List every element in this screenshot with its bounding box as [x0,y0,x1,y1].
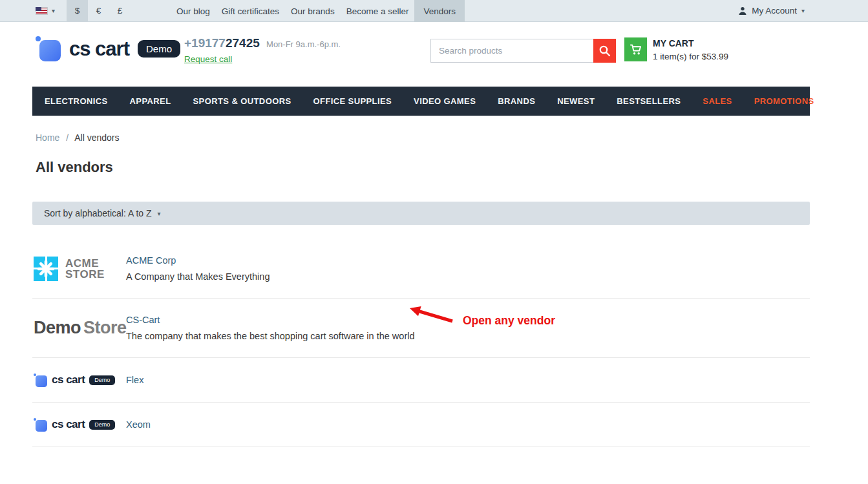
nav-bestsellers[interactable]: BESTSELLERS [606,87,692,116]
vendor-name-link[interactable]: Xeom [126,419,151,430]
acme-star-icon [34,257,58,281]
working-hours: Mon-Fr 9a.m.-6p.m. [266,39,341,49]
nav-apparel[interactable]: APPAREL [119,87,182,116]
vendor-row-xeom[interactable]: cs cart Demo Xeom [32,403,810,447]
vendor-name-link[interactable]: ACME Corp [126,255,270,266]
vendor-description: A Company that Makes Everything [126,271,270,282]
vendor-logo: cs cart Demo [32,418,126,432]
top-bar: ▾ $ € £ Our blog Gift certificates Our b… [0,0,868,22]
nav-promotions[interactable]: PROMOTIONS [743,87,825,116]
my-account-menu[interactable]: My Account ▾ [738,0,805,21]
acme-store-wordmark: ACME STORE [65,258,105,280]
breadcrumb-home-link[interactable]: Home [36,132,59,143]
top-link-gift-certificates[interactable]: Gift certificates [216,0,285,22]
currency-usd[interactable]: $ [67,0,88,22]
locale-currency-group: ▾ $ € £ [36,0,131,21]
top-link-our-brands[interactable]: Our brands [285,0,341,22]
chevron-down-icon: ▾ [52,7,55,14]
vendor-info: ACME Corp A Company that Makes Everythin… [126,255,270,282]
cart-icon [630,44,642,56]
nav-video-games[interactable]: VIDEO GAMES [403,87,487,116]
sort-label: Sort by alphabetical: A to Z [44,208,152,218]
main-content: Home / All vendors All vendors Sort by a… [32,132,810,447]
currency-gbp[interactable]: £ [109,0,131,22]
vendor-row-flex[interactable]: cs cart Demo Flex [32,358,810,403]
search-input[interactable] [430,39,593,63]
vendor-info: Flex [126,375,143,385]
search-icon [598,45,611,57]
nav-sales[interactable]: SALES [692,87,743,116]
vendor-info: Xeom [126,419,151,430]
nav-electronics[interactable]: ELECTRONICS [34,87,119,116]
cart-button[interactable] [624,37,647,61]
breadcrumb-separator: / [66,132,69,143]
cs-cart-logo-icon [34,374,47,387]
vendor-logo: cs cart Demo [32,374,126,387]
sort-dropdown[interactable]: Sort by alphabetical: A to Z ▾ [32,202,810,225]
cart-summary: 1 item(s) for $53.99 [653,52,728,61]
cart-info: MY CART 1 item(s) for $53.99 [653,37,728,61]
currency-switcher: $ € £ [67,0,131,22]
vendor-logo: ACME STORE [32,257,126,281]
top-links: Our blog Gift certificates Our brands Be… [171,0,465,22]
phone-prefix: +19177 [184,36,226,50]
us-flag-icon [36,7,48,15]
top-link-our-blog[interactable]: Our blog [171,0,216,22]
main-nav: ELECTRONICS APPAREL SPORTS & OUTDOORS OF… [32,87,810,116]
mini-cart[interactable]: MY CART 1 item(s) for $53.99 [624,37,728,61]
chevron-down-icon: ▾ [158,210,161,217]
vendor-info: CS-Cart The company that makes the best … [126,315,415,341]
search-block [430,39,616,63]
currency-eur[interactable]: € [88,0,109,22]
demo-store-wordmark: DemoStore [34,318,127,337]
cs-cart-logo-icon [34,418,47,432]
language-selector[interactable]: ▾ [36,7,55,15]
site-header: cs cart Demo +1917727425 Mon-Fr 9a.m.-6p… [0,22,868,87]
nav-sports-outdoors[interactable]: SPORTS & OUTDOORS [182,87,302,116]
cart-title: MY CART [653,38,728,48]
vendor-row-acme-corp[interactable]: ACME STORE ACME Corp A Company that Make… [32,239,810,299]
chevron-down-icon: ▾ [801,7,805,14]
logo-demo-badge: Demo [89,420,115,430]
user-icon [738,6,747,16]
page-title: All vendors [32,159,810,176]
phone-block: +1917727425 Mon-Fr 9a.m.-6p.m. Request c… [184,36,341,65]
logo-demo-badge: Demo [89,375,115,385]
vendor-row-cs-cart[interactable]: DemoStore CS-Cart The company that makes… [32,299,810,358]
request-call-link[interactable]: Request call [184,54,232,64]
top-link-become-a-seller[interactable]: Become a seller [341,0,415,22]
nav-newest[interactable]: NEWEST [546,87,606,116]
phone-number: +1917727425 Mon-Fr 9a.m.-6p.m. [184,36,341,50]
vendor-name-link[interactable]: Flex [126,375,143,385]
cs-cart-logo-icon [36,36,61,61]
phone-main: 27425 [226,36,260,50]
logo-demo-badge: Demo [138,40,180,58]
vendor-logo: DemoStore [32,318,126,338]
logo-text: cs cart [69,37,129,61]
nav-brands[interactable]: BRANDS [487,87,546,116]
search-button[interactable] [593,39,616,63]
vendor-name-link[interactable]: CS-Cart [126,315,415,325]
cs-cart-demo-logo: cs cart Demo [34,418,126,432]
nav-office-supplies[interactable]: OFFICE SUPPLIES [302,87,403,116]
breadcrumb-current: All vendors [74,132,119,143]
vendor-description: The company that makes the best shopping… [126,331,415,341]
store-logo[interactable]: cs cart Demo [36,36,180,61]
acme-store-logo: ACME STORE [34,257,126,281]
cs-cart-demo-logo: cs cart Demo [34,374,126,387]
vendor-list: ACME STORE ACME Corp A Company that Make… [32,239,810,447]
my-account-label: My Account [752,6,797,16]
breadcrumb: Home / All vendors [32,132,810,143]
top-link-vendors[interactable]: Vendors [414,0,465,22]
